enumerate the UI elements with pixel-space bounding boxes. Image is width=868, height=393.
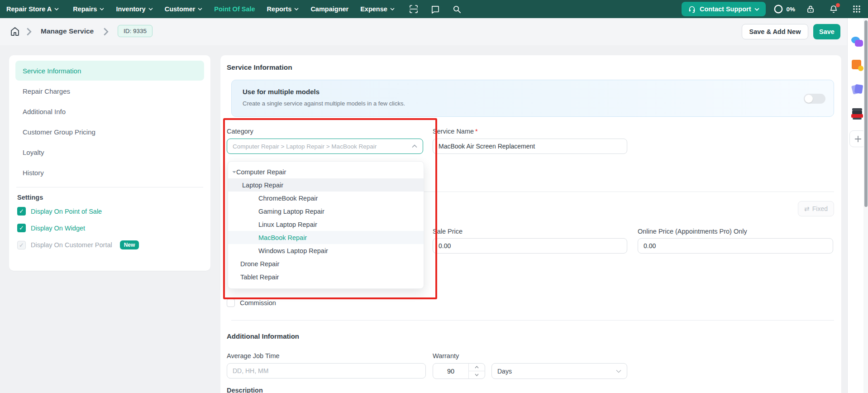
online-price-input[interactable]: [638, 238, 833, 254]
tree-item-tablet-repair[interactable]: Tablet Repair: [228, 270, 424, 283]
banner-subtitle: Create a single service against multiple…: [243, 100, 405, 107]
toggle-knob: [805, 95, 813, 103]
chevron-down-icon: [54, 8, 59, 10]
sidebar-item-service-information[interactable]: Service Information: [15, 61, 204, 81]
breadcrumb[interactable]: Manage Service: [41, 27, 94, 35]
sidebar-item-customer-group-pricing[interactable]: Customer Group Pricing: [15, 122, 204, 142]
checkbox-checked-icon: ✓: [17, 224, 26, 232]
chevron-down-icon: [616, 369, 621, 373]
sidebar-item-additional-info[interactable]: Additional Info: [15, 101, 204, 121]
progress-ring-icon: [773, 4, 783, 14]
chevron-down-icon: [754, 8, 759, 11]
display-on-customer-portal-checkbox: ✓ Display On Customer Portal New: [15, 236, 204, 254]
service-id-badge: ID: 9335: [118, 25, 153, 37]
section-title: Service Information: [227, 63, 292, 72]
service-sidebar: Service Information Repair Charges Addit…: [9, 55, 210, 271]
average-job-time-label: Average Job Time: [227, 352, 280, 359]
nav-item-repairs[interactable]: Repairs: [67, 5, 110, 13]
category-dropdown: Computer Repair Laptop Repair ChromeBook…: [228, 161, 424, 289]
fixed-price-toggle-button[interactable]: ⇄ Fixed: [798, 201, 834, 216]
stepper-up-icon[interactable]: [469, 364, 485, 371]
notifications-bell-icon[interactable]: [826, 3, 841, 15]
warranty-value: 90: [433, 364, 468, 379]
display-on-widget-checkbox[interactable]: ✓ Display On Widget: [15, 220, 204, 236]
category-select[interactable]: Computer Repair > Laptop Repair > MacBoo…: [227, 139, 423, 154]
additional-information-heading: Additional Information: [227, 332, 299, 340]
search-icon[interactable]: [449, 3, 465, 15]
headset-icon: [688, 5, 696, 13]
stepper-down-icon[interactable]: [469, 371, 485, 379]
tree-item-gaming-laptop-repair[interactable]: Gaming Laptop Repair: [228, 205, 424, 218]
orange-square-extension-icon[interactable]: [851, 59, 864, 72]
banner-title: Use for multiple models: [243, 88, 320, 96]
multiple-models-toggle[interactable]: [804, 94, 825, 104]
warranty-unit-value: Days: [497, 368, 512, 375]
notification-dot: [836, 3, 840, 7]
nav-item-reports[interactable]: Reports: [261, 5, 305, 13]
online-price-label: Online Price (Appointments Pro) Only: [638, 228, 747, 235]
page-scrollbar[interactable]: [863, 18, 868, 393]
warranty-stepper: [468, 364, 485, 379]
average-job-time-input[interactable]: [227, 363, 426, 379]
chevron-down-icon: [148, 8, 153, 10]
scrollbar-thumb[interactable]: [864, 20, 868, 207]
nav-item-point-of-sale[interactable]: Point Of Sale: [208, 5, 261, 13]
store-selector[interactable]: Repair Store A: [0, 5, 67, 13]
usage-meter[interactable]: 0%: [773, 4, 795, 14]
caret-down-icon[interactable]: [228, 184, 242, 187]
tree-item-chromebook-repair[interactable]: ChromeBook Repair: [228, 192, 424, 205]
caret-down-icon[interactable]: [228, 171, 236, 173]
warranty-number-input[interactable]: 90: [433, 363, 485, 379]
tree-item-macbook-repair[interactable]: MacBook Repair: [228, 231, 424, 244]
nav-item-inventory[interactable]: Inventory: [110, 5, 158, 13]
tree-item-linux-laptop-repair[interactable]: Linux Laptop Repair: [228, 218, 424, 231]
nav-item-expense[interactable]: Expense: [354, 5, 401, 13]
chevron-right-icon: [103, 28, 109, 36]
tree-item-drone-repair[interactable]: Drone Repair: [228, 257, 424, 270]
chevron-down-icon: [294, 8, 299, 10]
save-button[interactable]: Save: [813, 24, 840, 39]
checkbox-disabled-icon: ✓: [17, 241, 26, 249]
checkbox-unchecked-icon: [227, 299, 235, 307]
tree-item-windows-laptop-repair[interactable]: Windows Laptop Repair: [228, 244, 424, 257]
nav-item-customer[interactable]: Customer: [159, 5, 209, 13]
chevron-down-icon: [100, 8, 104, 10]
barcode-scan-icon[interactable]: [406, 3, 421, 15]
tree-item-laptop-repair[interactable]: Laptop Repair: [228, 178, 424, 192]
service-information-panel: Service Information Use for multiple mod…: [220, 55, 841, 393]
settings-heading: Settings: [15, 194, 204, 203]
sidebar-item-repair-charges[interactable]: Repair Charges: [15, 81, 204, 101]
service-name-input[interactable]: [433, 139, 627, 154]
chevron-down-icon: [198, 8, 202, 10]
chat-icon[interactable]: [428, 3, 443, 15]
warranty-unit-select[interactable]: Days: [491, 363, 627, 379]
contact-support-button[interactable]: Contact Support: [682, 2, 766, 16]
sidebar-item-history[interactable]: History: [15, 163, 204, 182]
service-name-label: Service Name*: [433, 128, 478, 135]
sale-price-input[interactable]: [433, 238, 627, 254]
top-navigation: Repair Store A Repairs Inventory Custome…: [0, 0, 868, 18]
sidebar-divider: [16, 187, 203, 187]
swap-arrows-icon: ⇄: [804, 205, 810, 212]
save-and-add-new-button[interactable]: Save & Add New: [742, 24, 808, 39]
stack-extension-icon[interactable]: [851, 107, 864, 120]
new-badge: New: [120, 240, 139, 249]
checkbox-checked-icon: ✓: [17, 207, 26, 216]
breadcrumb-bar: Manage Service ID: 9335 Save & Add New S…: [0, 18, 868, 45]
home-icon[interactable]: [8, 24, 22, 38]
display-on-pos-checkbox[interactable]: ✓ Display On Point of Sale: [15, 203, 204, 220]
chat-extension-icon[interactable]: [851, 35, 864, 49]
lock-icon[interactable]: [803, 3, 818, 15]
description-label: Description: [227, 387, 263, 393]
notes-extension-icon[interactable]: [851, 83, 864, 96]
chevron-up-icon: [412, 144, 417, 148]
sidebar-item-loyalty[interactable]: Loyalty: [15, 142, 204, 162]
chevron-right-icon: [26, 28, 32, 36]
plus-icon: [854, 135, 862, 143]
chevron-down-icon: [390, 8, 395, 10]
commission-checkbox[interactable]: Commission: [227, 299, 276, 307]
nav-item-campaigner[interactable]: Campaigner: [305, 5, 354, 13]
category-selected-value: Computer Repair > Laptop Repair > MacBoo…: [233, 143, 412, 150]
tree-item-computer-repair[interactable]: Computer Repair: [228, 165, 424, 178]
apps-grid-icon[interactable]: [849, 3, 864, 15]
